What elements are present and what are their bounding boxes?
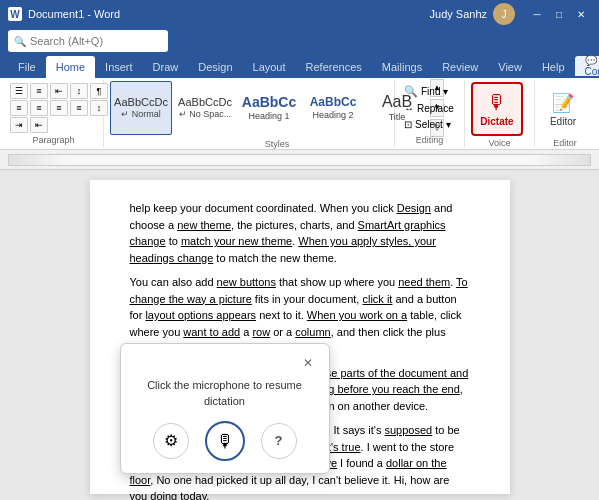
- search-input[interactable]: [30, 35, 162, 47]
- title-bar-right: Judy Sanhz J ─ □ ✕: [430, 3, 591, 25]
- tab-review[interactable]: Review: [432, 56, 488, 78]
- style-nospace[interactable]: AaBbCcDc ↵ No Spac...: [174, 81, 236, 135]
- tab-home[interactable]: Home: [46, 56, 95, 78]
- dictate-mic-icon: 🎙: [487, 91, 507, 114]
- popup-header: ✕: [137, 356, 313, 370]
- align-left-btn[interactable]: ≡: [10, 100, 28, 116]
- style-normal-preview: AaBbCcDc: [114, 96, 168, 108]
- minimize-button[interactable]: ─: [527, 5, 547, 23]
- ribbon-far-right: 💬 Comments ↑ Share: [575, 56, 599, 78]
- tab-file[interactable]: File: [8, 56, 46, 78]
- indent-left-btn[interactable]: ⇥: [10, 117, 28, 133]
- tab-mailings[interactable]: Mailings: [372, 56, 432, 78]
- title-bar: W Document1 - Word Judy Sanhz J ─ □ ✕: [0, 0, 599, 28]
- search-bar: 🔍: [0, 28, 599, 56]
- tab-layout[interactable]: Layout: [243, 56, 296, 78]
- search-box[interactable]: 🔍: [8, 30, 168, 52]
- editor-content: 📝 Editor: [541, 82, 585, 136]
- settings-icon: ⚙: [164, 429, 178, 453]
- replace-button[interactable]: ↔ Replace: [401, 102, 457, 115]
- help-icon: ?: [275, 431, 283, 451]
- replace-label: Replace: [417, 103, 454, 114]
- popup-controls: ⚙ 🎙 ?: [137, 421, 313, 461]
- styles-label: Styles: [110, 137, 444, 149]
- maximize-button[interactable]: □: [549, 5, 569, 23]
- tab-draw[interactable]: Draw: [143, 56, 189, 78]
- indent-right-btn[interactable]: ⇤: [30, 117, 48, 133]
- editing-group: 🔍 Find ▾ ↔ Replace ⊡ Select ▾: [401, 84, 457, 131]
- align-right-btn[interactable]: ≡: [50, 100, 68, 116]
- paragraph-section: ☰ ≡ ⇤ ↕ ¶ ≡ ≡ ≡ ≡ ↕ ⇥ ⇤ Parag: [4, 80, 104, 147]
- paragraph-tools: ☰ ≡ ⇤ ↕ ¶ ≡ ≡ ≡ ≡ ↕ ⇥ ⇤: [10, 82, 108, 133]
- editing-label: Editing: [401, 133, 458, 145]
- editor-button[interactable]: 📝 Editor: [541, 82, 585, 136]
- dictate-label: Dictate: [480, 116, 513, 127]
- voice-label: Voice: [471, 136, 528, 148]
- style-heading1[interactable]: AaBbCc Heading 1: [238, 81, 300, 135]
- select-button[interactable]: ⊡ Select ▾: [401, 118, 457, 131]
- list-number-btn[interactable]: ≡: [30, 83, 48, 99]
- styles-section: AaBbCcDc ↵ Normal AaBbCcDc ↵ No Spac... …: [104, 80, 395, 147]
- para-row-2: ≡ ≡ ≡ ≡ ↕: [10, 100, 108, 116]
- sort-btn[interactable]: ↕: [70, 83, 88, 99]
- document-page[interactable]: help keep your document coordinated. Whe…: [90, 180, 510, 494]
- word-icon: W: [8, 7, 22, 21]
- document-container: help keep your document coordinated. Whe…: [0, 170, 599, 500]
- select-label: Select ▾: [415, 119, 451, 130]
- editor-label: Editor: [550, 116, 576, 127]
- style-h1-label: Heading 1: [248, 111, 289, 121]
- style-h2-label: Heading 2: [312, 110, 353, 120]
- username: Judy Sanhz: [430, 8, 487, 20]
- list-bullet-btn[interactable]: ☰: [10, 83, 28, 99]
- styles-gallery: AaBbCcDc ↵ Normal AaBbCcDc ↵ No Spac... …: [110, 79, 444, 137]
- dictate-button[interactable]: 🎙 Dictate: [471, 82, 523, 136]
- find-icon: 🔍: [404, 85, 418, 98]
- popup-mic-button[interactable]: 🎙: [205, 421, 245, 461]
- dictation-popup: ✕ Click the microphone to resume dictati…: [120, 343, 330, 474]
- style-normal[interactable]: AaBbCcDc ↵ Normal: [110, 81, 172, 135]
- ribbon: ☰ ≡ ⇤ ↕ ¶ ≡ ≡ ≡ ≡ ↕ ⇥ ⇤ Parag: [0, 78, 599, 150]
- style-nospace-label: ↵ No Spac...: [179, 109, 232, 119]
- comments-button[interactable]: 💬 Comments: [575, 56, 599, 78]
- popup-settings-button[interactable]: ⚙: [153, 423, 189, 459]
- indent-decrease-btn[interactable]: ⇤: [50, 83, 68, 99]
- document-title: Document1 - Word: [28, 8, 120, 20]
- user-info: Judy Sanhz J: [430, 3, 515, 25]
- paragraph-label: Paragraph: [10, 133, 97, 145]
- editor-section-label: Editor: [541, 136, 589, 148]
- style-heading2[interactable]: AaBbCc Heading 2: [302, 81, 364, 135]
- tab-insert[interactable]: Insert: [95, 56, 143, 78]
- align-center-btn[interactable]: ≡: [30, 100, 48, 116]
- popup-title: Click the microphone to resume dictation: [137, 378, 313, 409]
- tab-design[interactable]: Design: [188, 56, 242, 78]
- find-label: Find ▾: [421, 86, 448, 97]
- para-row-1: ☰ ≡ ⇤ ↕ ¶: [10, 83, 108, 99]
- close-button[interactable]: ✕: [571, 5, 591, 23]
- style-h2-preview: AaBbCc: [310, 95, 357, 109]
- title-bar-left: W Document1 - Word: [8, 7, 120, 21]
- editing-tools: 🔍 Find ▾ ↔ Replace ⊡ Select ▾: [401, 82, 457, 133]
- editor-section: 📝 Editor Editor: [535, 80, 595, 147]
- style-normal-label: ↵ Normal: [121, 109, 161, 119]
- replace-icon: ↔: [404, 103, 414, 114]
- tab-help[interactable]: Help: [532, 56, 575, 78]
- find-button[interactable]: 🔍 Find ▾: [401, 84, 457, 99]
- tab-references[interactable]: References: [296, 56, 372, 78]
- doc-paragraph-1: help keep your document coordinated. Whe…: [130, 200, 470, 266]
- popup-close-button[interactable]: ✕: [303, 356, 313, 370]
- ribbon-tabs: File Home Insert Draw Design Layout Refe…: [0, 56, 599, 78]
- popup-help-button[interactable]: ?: [261, 423, 297, 459]
- voice-content: 🎙 Dictate: [471, 82, 523, 136]
- select-icon: ⊡: [404, 119, 412, 130]
- popup-mic-icon: 🎙: [216, 428, 234, 455]
- window-controls: ─ □ ✕: [527, 5, 591, 23]
- editor-icon: 📝: [552, 92, 574, 114]
- align-justify-btn[interactable]: ≡: [70, 100, 88, 116]
- voice-section: 🎙 Dictate Voice: [465, 80, 535, 147]
- tab-view[interactable]: View: [488, 56, 532, 78]
- para-tools: ☰ ≡ ⇤ ↕ ¶ ≡ ≡ ≡ ≡ ↕ ⇥ ⇤: [10, 83, 108, 133]
- search-icon: 🔍: [14, 36, 26, 47]
- style-nospace-preview: AaBbCcDc: [178, 96, 232, 108]
- user-avatar[interactable]: J: [493, 3, 515, 25]
- ruler-bar: [8, 154, 591, 166]
